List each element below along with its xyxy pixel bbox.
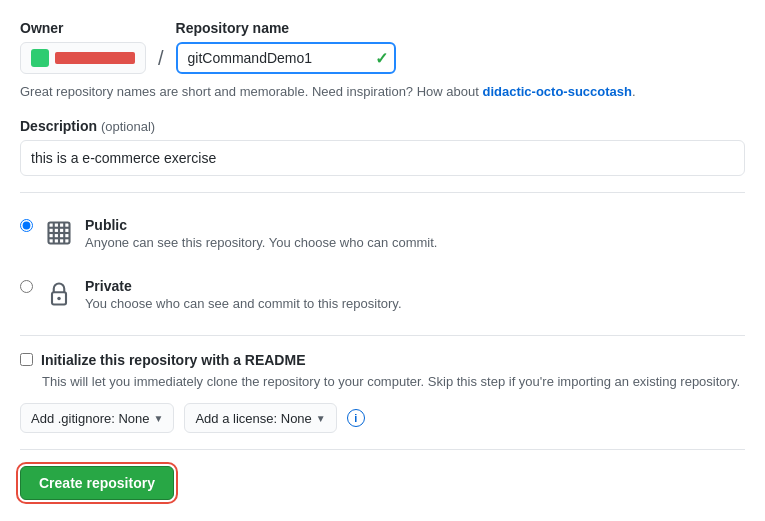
divider-1 (20, 192, 745, 193)
svg-point-8 (57, 296, 61, 300)
repo-name-input[interactable] (176, 42, 396, 74)
repo-hint: Great repository names are short and mem… (20, 82, 745, 102)
divider-2 (20, 335, 745, 336)
initialize-section: Initialize this repository with a README… (20, 352, 745, 392)
divider-3 (20, 449, 745, 450)
create-repository-button[interactable]: Create repository (20, 466, 174, 500)
gitignore-label: Add .gitignore: (31, 411, 115, 426)
gitignore-value: None (118, 411, 149, 426)
owner-name-redacted (55, 52, 135, 64)
owner-label: Owner (20, 20, 146, 36)
license-dropdown[interactable]: Add a license: None ▼ (184, 403, 336, 433)
public-title: Public (85, 217, 437, 233)
repo-label: Repository name (176, 20, 396, 36)
public-radio[interactable] (20, 219, 33, 232)
owner-avatar (31, 49, 49, 67)
description-input[interactable] (20, 140, 745, 176)
slash-divider: / (154, 47, 168, 70)
private-desc: You choose who can see and commit to thi… (85, 296, 402, 311)
hint-suggestion[interactable]: didactic-octo-succotash (482, 84, 632, 99)
hint-after: . (632, 84, 636, 99)
init-readme-label[interactable]: Initialize this repository with a README (41, 352, 305, 368)
license-arrow-icon: ▼ (316, 413, 326, 424)
private-text: Private You choose who can see and commi… (85, 278, 402, 311)
public-text: Public Anyone can see this repository. Y… (85, 217, 437, 250)
description-label: Description (optional) (20, 118, 745, 134)
gitignore-arrow-icon: ▼ (154, 413, 164, 424)
private-radio[interactable] (20, 280, 33, 293)
gitignore-dropdown[interactable]: Add .gitignore: None ▼ (20, 403, 174, 433)
hint-before: Great repository names are short and mem… (20, 84, 482, 99)
private-title: Private (85, 278, 402, 294)
visibility-group: Public Anyone can see this repository. Y… (20, 209, 745, 319)
public-icon (43, 217, 75, 249)
init-readme-checkbox[interactable] (20, 353, 33, 366)
valid-check-icon: ✓ (375, 49, 388, 68)
license-value: None (281, 411, 312, 426)
public-desc: Anyone can see this repository. You choo… (85, 235, 437, 250)
info-icon[interactable]: i (347, 409, 365, 427)
private-option[interactable]: Private You choose who can see and commi… (20, 270, 745, 319)
license-label: Add a license: (195, 411, 277, 426)
dropdowns-row: Add .gitignore: None ▼ Add a license: No… (20, 403, 745, 433)
owner-display (20, 42, 146, 74)
init-readme-hint: This will let you immediately clone the … (42, 372, 745, 392)
private-icon (43, 278, 75, 310)
public-option[interactable]: Public Anyone can see this repository. Y… (20, 209, 745, 258)
optional-label: (optional) (101, 119, 155, 134)
